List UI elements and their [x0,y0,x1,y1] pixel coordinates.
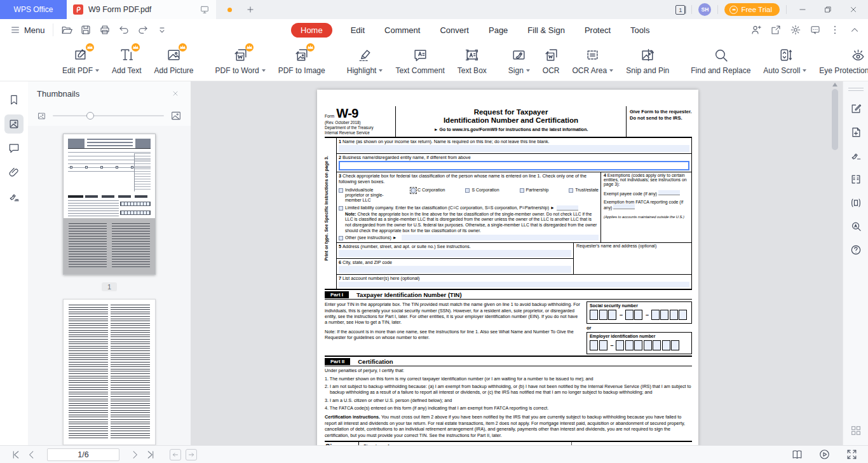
toolbar-button-add-text[interactable]: Add Text [105,43,147,79]
free-trial-button[interactable]: Free Trial [724,3,780,16]
scroll-up-arrow[interactable] [832,83,837,86]
ssn-cells[interactable]: – – [590,310,689,320]
next-view-button[interactable] [186,449,197,460]
exempt-payee-field[interactable] [658,190,680,195]
llc-classification-field[interactable] [557,205,578,211]
previous-page-button[interactable] [26,449,37,460]
page-indicator-input[interactable]: 1/6 [47,448,119,461]
business-name-field-active[interactable] [339,161,689,170]
grid-apps-icon[interactable] [849,424,863,438]
toolbar-button-text-box[interactable]: Text Box [451,43,493,79]
collapse-up-icon[interactable] [848,23,862,37]
user-avatar[interactable]: SH [698,3,711,16]
toolbar-button-pdf-to-image[interactable]: PDF to Image [272,43,332,79]
fatca-field[interactable] [613,204,635,209]
panel-toggle-thumbnails-icon[interactable] [4,114,24,134]
ribbon-tab-tools[interactable]: Tools [629,23,651,38]
thumbnail-list: 1 [28,126,191,445]
thumbnail-size-slider[interactable] [53,115,164,116]
print-icon[interactable] [97,22,113,38]
thumbnail-zoom-out-icon[interactable] [37,111,46,121]
panel-toggle-comment-icon[interactable] [4,139,24,158]
minimize-button[interactable] [793,0,812,19]
toolbar-button-snip-and-pin[interactable]: Snip and Pin [620,43,675,79]
checkbox-s-corporation[interactable]: S Corporation [465,188,499,203]
doc-add-icon[interactable] [849,125,863,139]
panel-toggle-bookmark-icon[interactable] [4,90,24,109]
more-vert-icon[interactable] [828,23,842,37]
ribbon-tab-fill-sign[interactable]: Fill & Sign [526,23,566,38]
close-panel-button[interactable] [169,87,182,100]
checkbox-llc[interactable]: Limited liability company. Enter the tax… [339,205,555,211]
checkbox-partnership[interactable]: Partnership [520,188,549,203]
read-mode-button[interactable] [791,448,803,460]
user-add-icon[interactable] [749,23,763,37]
toolbar-button-text-comment[interactable]: Text Comment [389,43,451,79]
ribbon-tab-home[interactable]: Home [291,23,332,38]
checkbox-other[interactable]: Other (see instructions) ► [339,235,397,240]
undo-icon[interactable] [116,22,132,38]
last-page-button[interactable] [145,449,156,460]
edit-note-icon[interactable] [849,102,863,116]
document-tab[interactable]: W9 Form PDF.pdf [67,0,216,19]
main-menu-button[interactable]: Menu [0,19,53,41]
save-icon[interactable] [78,22,94,38]
share-icon[interactable] [769,23,783,37]
close-button[interactable] [844,0,863,19]
ribbon-tab-comment[interactable]: Comment [383,23,421,38]
checkbox-trust-estate[interactable]: Trust/estate [569,188,599,203]
feedback-icon[interactable] [808,23,822,37]
toolbar-button-ocr[interactable]: OCR [536,43,566,79]
address-field[interactable] [339,250,571,257]
restore-button[interactable] [818,0,837,19]
ein-cells[interactable]: – [590,340,689,350]
toolbar-button-edit-pdf[interactable]: Edit PDF [56,43,105,79]
checkbox-c-corporation[interactable]: C Corporation [411,188,445,203]
requester-box[interactable]: Requester's name and address (optional) [574,243,691,274]
ribbon-tab-page[interactable]: Page [487,23,509,38]
ribbon-tab-protect[interactable]: Protect [583,23,612,38]
first-page-button[interactable] [10,449,22,460]
scrollbar-thumb[interactable] [832,89,838,150]
toolbar-button-pdf-to-word[interactable]: PDF to Word [209,43,272,79]
strip-drag-handle[interactable] [848,88,864,91]
checkbox-individual[interactable]: Individual/sole proprietor or single-mem… [339,188,391,203]
fullscreen-button[interactable] [846,448,858,460]
thumbnail-zoom-in-icon[interactable] [170,110,182,121]
name-field[interactable] [339,145,689,152]
other-field[interactable] [402,235,599,240]
help-icon[interactable] [849,243,863,257]
toolbar-button-sign[interactable]: Sign [502,43,536,79]
toolbar-button-eye-protection-mode[interactable]: Eye Protection Mode [813,43,868,79]
page-thumbnail-1[interactable] [63,134,156,275]
city-state-zip-field[interactable] [339,266,571,273]
account-numbers-field[interactable] [339,282,689,287]
page-flip-icon[interactable] [849,196,863,210]
page-thumbnail-2[interactable] [63,299,156,445]
settings-icon[interactable] [789,23,803,37]
sign-pen-icon[interactable] [849,149,863,163]
previous-view-button[interactable] [170,449,181,460]
toolbar-button-add-picture[interactable]: Add Picture [148,43,200,79]
panel-toggle-signature-icon[interactable] [4,187,24,206]
new-tab-button[interactable] [241,0,260,19]
window-count-badge[interactable]: 1 [675,5,685,15]
toolbar-button-auto-scroll[interactable]: Auto Scroll [757,43,813,79]
redo-icon[interactable] [135,22,151,38]
document-view[interactable]: FormW-9 (Rev. October 2018) Department o… [191,81,843,445]
play-presentation-button[interactable] [818,448,831,460]
open-icon[interactable] [58,22,75,38]
wps-office-menu-button[interactable]: WPS Office [0,0,67,19]
toolbar-button-ocr-area[interactable]: OCR Area [566,43,620,79]
next-page-button[interactable] [129,449,140,460]
more-down-icon[interactable] [154,22,170,38]
vertical-scrollbar[interactable] [831,83,839,150]
ribbon-tab-edit[interactable]: Edit [349,23,366,38]
panel-toggle-attachment-icon[interactable] [4,163,24,182]
ribbon-tab-convert[interactable]: Convert [438,23,470,38]
search-doc-icon[interactable] [849,219,863,233]
slider-handle[interactable] [86,112,94,120]
toolbar-button-highlight[interactable]: Highlight [341,43,390,79]
toolbar-button-find-and-replace[interactable]: Find and Replace [684,43,757,79]
split-view-icon[interactable] [849,172,863,186]
